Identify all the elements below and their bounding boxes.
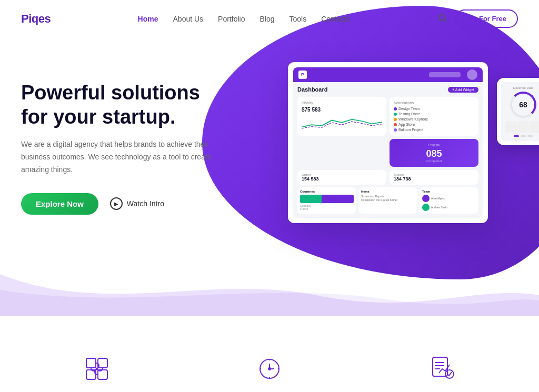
navbar: Piqes Home About Us Portfolio Blog Tools…: [0, 0, 539, 37]
svg-point-13: [268, 368, 271, 370]
svg-rect-2: [86, 358, 96, 368]
nav-tools[interactable]: Tools: [290, 15, 307, 23]
nav-right: Try For Free: [437, 9, 518, 28]
feature-workflow: Workflow Optimization The improvement of…: [194, 337, 345, 392]
dash-grid: History $75 583 Notifications: [297, 97, 478, 167]
phone-icon-3: [530, 121, 539, 133]
svg-point-0: [439, 15, 445, 21]
nav-links: Home About Us Portfolio Blog Tools Conta…: [138, 15, 351, 23]
history-label: History: [302, 101, 382, 105]
hero-actions: Explore Now ▶ Watch Intro: [21, 193, 232, 215]
phone-screen: Revenue Data 68: [501, 82, 539, 141]
hero-section: Powerful solutions for your startup. We …: [0, 37, 539, 279]
phone-mockup: Revenue Data 68: [497, 78, 539, 145]
hero-right: P Dashboard + Add Widget History $75 583: [258, 62, 518, 223]
team-card: Team Alice Myers Andrew Smith: [420, 187, 478, 214]
feature-framework: Framework Development Design and constru…: [366, 337, 518, 392]
hero-left: Powerful solutions for your startup. We …: [21, 81, 242, 215]
phone-icon-1: [505, 121, 517, 133]
history-card: History $75 583: [297, 97, 386, 136]
mockup-logo: P: [298, 71, 307, 79]
notif-label: Notifications: [394, 101, 474, 105]
mockup-topbar: P: [293, 67, 483, 82]
dash-header: Dashboard + Add Widget: [297, 86, 478, 93]
chart-doc-icon: [426, 353, 458, 385]
framework-icon-wrap: [421, 348, 463, 390]
workflow-icon-wrap: [248, 348, 291, 390]
explore-now-button[interactable]: Explore Now: [21, 193, 98, 215]
notifications-card: Notifications Design Team Testing Done W…: [390, 97, 478, 136]
wave-divider: [0, 274, 539, 316]
clock-icon: [254, 353, 285, 385]
watch-intro-label: Watch Intro: [127, 199, 164, 208]
puzzle-icon: [81, 353, 113, 385]
mini-chart: [302, 116, 382, 132]
nav-portfolio[interactable]: Portfolio: [218, 15, 245, 23]
dash-add-btn[interactable]: + Add Widget: [448, 87, 478, 93]
phone-icon-2: [517, 121, 529, 133]
play-icon: ▶: [110, 197, 123, 210]
hero-subtitle: We are a digital agency that helps brand…: [21, 138, 221, 176]
stat-orders: Orders 154 583: [297, 170, 386, 185]
nav-contacts[interactable]: Contacts: [321, 15, 350, 23]
brand-logo[interactable]: Piqes: [21, 12, 51, 26]
history-value: $75 583: [302, 107, 382, 113]
features-section: Application Design Creating a unique des…: [0, 316, 539, 392]
phone-icons: [505, 121, 539, 133]
nav-blog[interactable]: Blog: [259, 15, 274, 23]
news-card: News Stories and Reports Competition win…: [358, 187, 417, 214]
projects-card: Projects 085 Completed: [390, 139, 478, 167]
countries-card: Countries Germany France: [297, 187, 356, 214]
mockup-body: Dashboard + Add Widget History $75 583: [293, 82, 483, 218]
search-button[interactable]: [437, 13, 447, 25]
dashboard-mockup: P Dashboard + Add Widget History $75 583: [288, 62, 488, 223]
watch-intro-button[interactable]: ▶ Watch Intro: [110, 197, 164, 210]
hero-title: Powerful solutions for your startup.: [21, 81, 232, 129]
stat-budget: Budget 184 738: [390, 170, 478, 185]
nav-about[interactable]: About Us: [173, 15, 204, 23]
try-free-button[interactable]: Try For Free: [455, 9, 518, 28]
dash-title: Dashboard: [297, 86, 327, 93]
stats-row: Orders 154 583 Budget 184 738: [297, 170, 478, 185]
features-grid: Application Design Creating a unique des…: [21, 337, 518, 392]
gauge-value: 68: [510, 92, 536, 118]
feature-app-design: Application Design Creating a unique des…: [21, 337, 173, 392]
nav-home[interactable]: Home: [138, 15, 158, 23]
phone-gauge: 68: [505, 92, 539, 118]
app-design-icon-wrap: [76, 348, 118, 390]
projects-num: 085: [426, 148, 442, 159]
svg-line-1: [444, 19, 446, 22]
